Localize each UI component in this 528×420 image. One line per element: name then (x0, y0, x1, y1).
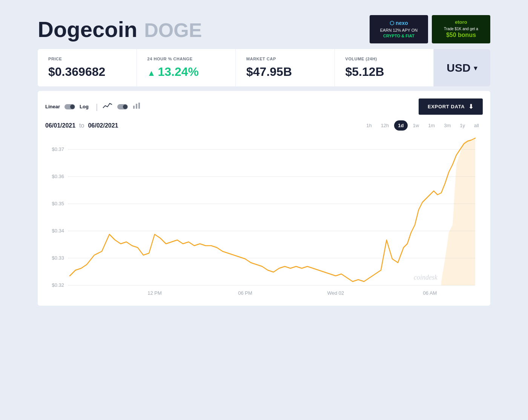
ad-banners: ⬡ nexo EARN 12% APY ONCRYPTO & FIAT etor… (370, 15, 490, 43)
price-value: $0.369682 (48, 65, 126, 79)
download-icon: ⬇ (468, 103, 474, 110)
stats-bar: PRICE $0.369682 24 HOUR % CHANGE 13.24% … (38, 49, 490, 86)
time-btn-1d[interactable]: 1d (394, 120, 407, 131)
time-btn-all[interactable]: all (470, 120, 483, 131)
chart-controls-top: Linear Log | (45, 98, 483, 115)
separator-line: | (96, 102, 98, 111)
marketcap-value: $47.95B (246, 65, 324, 79)
svg-rect-0 (133, 106, 135, 109)
export-data-button[interactable]: EXPORT DATA ⬇ (419, 98, 483, 115)
svg-text:06 AM: 06 AM (423, 290, 437, 296)
svg-text:Wed 02: Wed 02 (327, 290, 344, 296)
ad-nexo[interactable]: ⬡ nexo EARN 12% APY ONCRYPTO & FIAT (370, 15, 428, 43)
chart-date-range: 06/01/2021 to 06/02/2021 1h 12h 1d 1w 1m… (45, 120, 483, 131)
time-btn-1y[interactable]: 1y (456, 120, 469, 131)
svg-text:$0.35: $0.35 (52, 201, 64, 206)
header: Dogecoin DOGE ⬡ nexo EARN 12% APY ONCRYP… (38, 8, 490, 49)
etoro-logo: etoro (455, 19, 467, 25)
coin-name: Dogecoin (38, 17, 137, 42)
date-separator: to (79, 122, 84, 129)
stat-change: 24 HOUR % CHANGE 13.24% (137, 49, 236, 86)
svg-rect-2 (138, 103, 140, 109)
main-container: Dogecoin DOGE ⬡ nexo EARN 12% APY ONCRYP… (38, 8, 490, 306)
date-range-display: 06/01/2021 to 06/02/2021 (45, 122, 118, 129)
currency-selector[interactable]: USD ▾ (434, 49, 490, 86)
svg-text:12 PM: 12 PM (147, 290, 162, 296)
coin-title: Dogecoin DOGE (38, 17, 202, 42)
volume-value: $5.12B (345, 65, 423, 79)
date-to: 06/02/2021 (88, 122, 118, 129)
svg-text:$0.34: $0.34 (52, 228, 64, 234)
date-from: 06/01/2021 (45, 122, 75, 129)
price-label: PRICE (48, 57, 126, 61)
time-btn-3m[interactable]: 3m (440, 120, 454, 131)
ad-etoro[interactable]: etoro Trade $1K and get a$50 bonus (432, 15, 490, 43)
stat-volume: VOLUME (24H) $5.12B (335, 49, 434, 86)
nexo-text: EARN 12% APY ONCRYPTO & FIAT (380, 28, 417, 38)
svg-text:$0.37: $0.37 (52, 146, 64, 152)
volume-label: VOLUME (24H) (345, 57, 423, 61)
svg-rect-1 (136, 104, 137, 109)
change-label: 24 HOUR % CHANGE (147, 57, 225, 61)
svg-marker-20 (441, 138, 475, 285)
coin-symbol: DOGE (144, 19, 202, 42)
change-value: 13.24% (147, 65, 225, 79)
chart-wrapper: $0.37 $0.36 $0.35 $0.34 $0.33 $0.32 12 P… (45, 134, 483, 298)
bar-chart-icon[interactable] (132, 102, 141, 111)
currency-text: USD (447, 62, 470, 74)
linear-btn[interactable]: Linear (45, 102, 60, 111)
stat-price: PRICE $0.369682 (38, 49, 137, 86)
chart-section: Linear Log | (38, 91, 490, 306)
svg-text:06 PM: 06 PM (238, 290, 252, 296)
svg-text:$0.32: $0.32 (52, 282, 64, 288)
line-bar-toggle[interactable] (117, 104, 128, 109)
linear-log-toggle[interactable] (64, 104, 75, 109)
svg-text:$0.36: $0.36 (52, 174, 64, 179)
nexo-logo: ⬡ nexo (390, 20, 408, 26)
chart-type-controls: Linear Log | (45, 102, 141, 111)
etoro-text: Trade $1K and get a$50 bonus (444, 26, 478, 39)
stat-marketcap: MARKET CAP $47.95B (236, 49, 335, 86)
export-label: EXPORT DATA (428, 104, 465, 109)
svg-text:$0.33: $0.33 (52, 255, 64, 261)
time-btn-1m[interactable]: 1m (424, 120, 439, 131)
log-btn[interactable]: Log (80, 102, 89, 111)
line-chart-icon[interactable] (102, 102, 113, 111)
time-btn-1w[interactable]: 1w (409, 120, 423, 131)
svg-text:coindesk: coindesk (414, 274, 438, 281)
marketcap-label: MARKET CAP (246, 57, 324, 61)
time-btn-1h[interactable]: 1h (362, 120, 375, 131)
price-chart: $0.37 $0.36 $0.35 $0.34 $0.33 $0.32 12 P… (45, 134, 483, 297)
time-range-buttons: 1h 12h 1d 1w 1m 3m 1y all (362, 120, 483, 131)
currency-dropdown-icon: ▾ (474, 63, 477, 72)
time-btn-12h[interactable]: 12h (377, 120, 393, 131)
